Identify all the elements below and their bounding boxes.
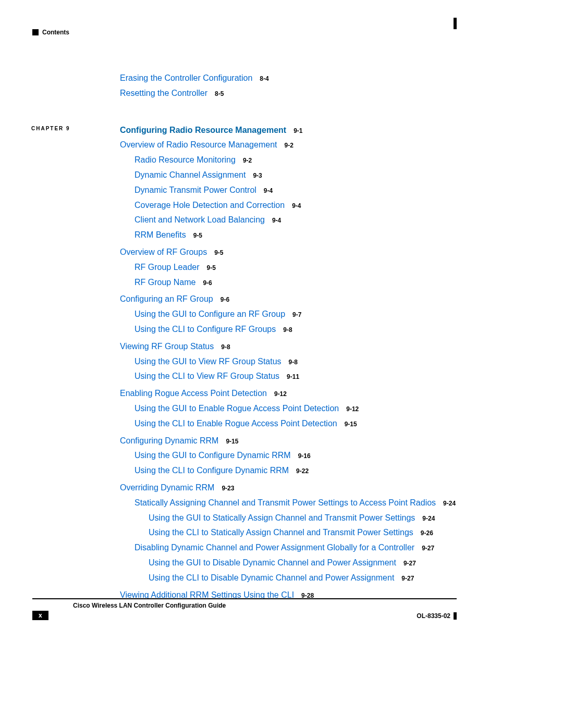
toc-page-number: 9-4	[272, 217, 281, 224]
toc-link[interactable]: Dynamic Channel Assignment	[134, 170, 246, 179]
toc-link[interactable]: Viewing Additional RRM Settings Using th…	[120, 590, 294, 599]
toc-entry: Resetting the Controller8-5	[31, 88, 459, 99]
toc-page-number: 9-11	[287, 373, 299, 380]
toc-page-number: 9-7	[292, 311, 301, 318]
toc-page-number: 9-6	[221, 296, 229, 303]
toc-link[interactable]: Using the CLI to View RF Group Status	[134, 372, 279, 380]
toc-page-number: 8-5	[215, 90, 224, 97]
toc-page-number: 9-3	[253, 172, 262, 179]
toc-page-number: 9-15	[345, 421, 357, 428]
toc-entry: Enabling Rogue Access Point Detection9-1…	[31, 388, 459, 399]
toc-entry: Overview of Radio Resource Management9-2	[31, 140, 459, 151]
toc-entry: RRM Benefits9-5	[31, 230, 459, 241]
pre-chapter-list: Erasing the Controller Configuration8-4R…	[31, 73, 459, 99]
toc-page-number: 8-4	[260, 75, 268, 82]
toc-page-number: 9-23	[222, 485, 234, 492]
toc-page-number: 9-8	[289, 359, 298, 366]
chapter-heading: CHAPTER 9Configuring Radio Resource Mana…	[31, 125, 459, 136]
toc-page-number: 9-5	[214, 249, 223, 256]
toc-entry: Overview of RF Groups9-5	[31, 247, 459, 258]
toc-page-number: 9-2	[284, 142, 293, 149]
toc-link[interactable]: Using the CLI to Configure RF Groups	[134, 325, 276, 334]
toc-page-number: 9-27	[422, 545, 434, 552]
toc-link[interactable]: RF Group Leader	[134, 263, 200, 272]
toc-entry: Using the GUI to Statically Assign Chann…	[31, 513, 459, 524]
toc-page-number: 9-4	[292, 202, 301, 209]
toc-link[interactable]: Using the CLI to Disable Dynamic Channel…	[149, 573, 394, 582]
toc-entry: Using the CLI to Disable Dynamic Channel…	[31, 573, 459, 584]
toc-entry: Radio Resource Monitoring9-2	[31, 155, 459, 166]
toc-entry: Using the GUI to Disable Dynamic Channel…	[31, 558, 459, 569]
toc-entry: Using the CLI to Enable Rogue Access Poi…	[31, 418, 459, 429]
toc-link[interactable]: RF Group Name	[134, 278, 195, 287]
toc-link[interactable]: Statically Assigning Channel and Transmi…	[134, 498, 436, 507]
toc-link[interactable]: Client and Network Load Balancing	[134, 215, 265, 224]
footer-doc-id: OL-8335-02	[417, 612, 450, 620]
toc-entry: Using the GUI to Configure Dynamic RRM9-…	[31, 450, 459, 461]
toc-entry: Using the GUI to View RF Group Status9-8	[31, 356, 459, 367]
toc-page-number: 9-6	[203, 279, 212, 287]
toc-link[interactable]: Enabling Rogue Access Point Detection	[120, 389, 267, 398]
toc-link[interactable]: Overriding Dynamic RRM	[120, 483, 214, 492]
toc-link[interactable]: Overview of Radio Resource Management	[120, 140, 277, 149]
toc-page-number: 9-26	[421, 529, 433, 537]
toc-link[interactable]: Using the CLI to Enable Rogue Access Poi…	[134, 419, 337, 428]
toc-page-number: 9-8	[221, 343, 230, 351]
page-header: Contents	[32, 29, 69, 36]
toc-page-number: 9-27	[401, 575, 414, 582]
toc-page-number: 9-22	[296, 467, 309, 475]
toc-page-number: 9-2	[243, 157, 252, 164]
toc-entry: RF Group Leader9-5	[31, 262, 459, 273]
toc-entry: RF Group Name9-6	[31, 277, 459, 288]
page-content: Contents Erasing the Controller Configur…	[0, 0, 563, 728]
toc-link[interactable]: Using the GUI to Enable Rogue Access Poi…	[134, 404, 339, 413]
toc-link[interactable]: Using the CLI to Configure Dynamic RRM	[134, 466, 289, 475]
footer-rule	[32, 598, 457, 599]
toc-link[interactable]: Configuring an RF Group	[120, 294, 213, 303]
toc-link[interactable]: RRM Benefits	[134, 230, 186, 239]
toc-page-number: 9-24	[422, 515, 435, 522]
header-square-icon	[32, 29, 39, 35]
toc-link[interactable]: Using the GUI to Configure an RF Group	[134, 310, 285, 318]
chapter-row-list: CHAPTER 9Configuring Radio Resource Mana…	[31, 125, 459, 136]
toc-entry: Viewing RF Group Status9-8	[31, 341, 459, 352]
toc-link[interactable]: Using the GUI to View RF Group Status	[134, 357, 282, 366]
toc-entry: Statically Assigning Channel and Transmi…	[31, 498, 459, 509]
chapter-page: 9-1	[293, 127, 302, 134]
toc-entry: Dynamic Transmit Power Control9-4	[31, 185, 459, 196]
header-marker	[454, 18, 457, 29]
toc-entry: Erasing the Controller Configuration8-4	[31, 73, 459, 84]
chapter-label: CHAPTER 9	[31, 125, 120, 132]
toc-link[interactable]: Dynamic Transmit Power Control	[134, 186, 256, 194]
toc-entry: Dynamic Channel Assignment9-3	[31, 170, 459, 181]
toc-link[interactable]: Using the GUI to Configure Dynamic RRM	[134, 451, 291, 460]
toc-link[interactable]: Erasing the Controller Configuration	[120, 73, 252, 82]
toc-page-number: 9-24	[443, 500, 456, 507]
footer-title: Cisco Wireless LAN Controller Configurat…	[73, 602, 226, 609]
toc-entry: Client and Network Load Balancing9-4	[31, 215, 459, 226]
toc-page-number: 9-16	[298, 452, 311, 460]
toc-link[interactable]: Resetting the Controller	[120, 89, 207, 97]
toc-entry: Using the CLI to Configure Dynamic RRM9-…	[31, 465, 459, 476]
toc-content: Erasing the Controller Configuration8-4R…	[31, 73, 459, 604]
toc-link[interactable]: Overview of RF Groups	[120, 248, 207, 256]
header-label: Contents	[42, 29, 69, 36]
chapter-title[interactable]: Configuring Radio Resource Management	[120, 126, 286, 134]
toc-page-number: 9-27	[403, 560, 416, 567]
toc-entry: Using the CLI to View RF Group Status9-1…	[31, 371, 459, 382]
toc-link[interactable]: Viewing RF Group Status	[120, 342, 214, 351]
toc-link[interactable]: Using the CLI to Statically Assign Chann…	[149, 528, 413, 537]
toc-page-number: 9-15	[226, 438, 238, 445]
toc-entry: Using the GUI to Configure an RF Group9-…	[31, 309, 459, 320]
toc-link[interactable]: Configuring Dynamic RRM	[120, 436, 218, 445]
toc-link[interactable]: Disabling Dynamic Channel and Power Assi…	[134, 543, 414, 552]
toc-link[interactable]: Using the GUI to Statically Assign Chann…	[149, 513, 415, 522]
toc-page-number: 9-5	[193, 232, 202, 239]
toc-link[interactable]: Radio Resource Monitoring	[134, 155, 236, 164]
entries-list: Overview of Radio Resource Management9-2…	[31, 140, 459, 600]
footer-end-marker-icon	[454, 612, 457, 620]
toc-page-number: 9-12	[274, 390, 287, 398]
toc-link[interactable]: Using the GUI to Disable Dynamic Channel…	[149, 558, 396, 567]
toc-entry: Using the CLI to Configure RF Groups9-8	[31, 324, 459, 335]
toc-link[interactable]: Coverage Hole Detection and Correction	[134, 201, 285, 209]
